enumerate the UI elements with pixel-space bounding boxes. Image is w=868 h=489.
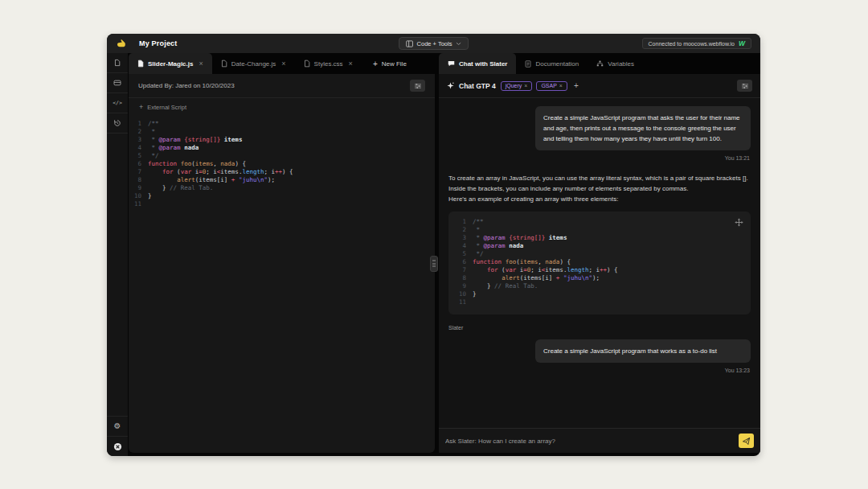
paper-plane-icon <box>742 437 751 446</box>
editor-tabs: Slider-Magic.js×Date-Change.js×Styles.cs… <box>129 53 435 74</box>
code-tools-label: Code + Tools <box>417 40 452 47</box>
panel-tab-documentation[interactable]: Documentation <box>516 53 588 74</box>
code-line: 2 * <box>453 226 746 234</box>
code-editor[interactable]: 1/**2 *3 * @param {string[]} items4 * @p… <box>129 116 435 208</box>
chat-settings-button[interactable] <box>737 80 752 92</box>
code-line: 10} <box>129 192 435 200</box>
sender-label: Slater <box>448 325 751 331</box>
tab-label: Styles.css <box>314 60 343 68</box>
panel-tab-chat-with-slater[interactable]: Chat with Slater <box>439 53 516 74</box>
chat-input[interactable] <box>445 438 732 445</box>
tab-close-icon[interactable]: × <box>349 60 353 68</box>
line-number: 6 <box>453 258 473 266</box>
tab-band: Slider-Magic.js×Date-Change.js×Styles.cs… <box>129 53 760 74</box>
code-line: 9 } // Real Tab. <box>453 282 746 290</box>
user-message: Create a simple JavaScript program that … <box>535 106 751 150</box>
split-columns-icon <box>406 40 413 47</box>
code-line: 7 for (var i=0; i<items.length; i++) { <box>453 266 746 274</box>
line-number: 1 <box>129 120 148 128</box>
line-number: 7 <box>129 168 148 176</box>
tab-label: Variables <box>608 60 634 68</box>
panel-tabs: Chat with SlaterDocumentationVariables <box>439 53 760 74</box>
sidebar-item-library[interactable] <box>107 73 128 93</box>
chat-input-bar <box>439 428 760 453</box>
add-library-button[interactable]: + <box>574 81 579 90</box>
tab-label: Chat with Slater <box>459 60 507 68</box>
code-line: 5 */ <box>453 250 746 258</box>
tab-close-icon[interactable]: × <box>199 60 203 68</box>
chat-code-block: 1/**2 *3 * @param {string[]} items4 * @p… <box>448 212 751 314</box>
editor-tab[interactable]: Slider-Magic.js× <box>129 53 212 74</box>
panel-divider <box>435 74 439 453</box>
slater-reply: To create an array in JavaScript, you ca… <box>448 173 751 204</box>
tab-close-icon[interactable]: × <box>281 60 285 68</box>
page-title: My Project <box>139 39 178 47</box>
sliders-icon <box>741 83 749 89</box>
tag-pill[interactable]: GSAP× <box>536 81 567 91</box>
code-line: 1/** <box>129 120 435 128</box>
code-snippet[interactable]: 1/**2 *3 * @param {string[]} items4 * @p… <box>453 218 746 306</box>
user-message: Create a simple JavaScript program that … <box>535 339 751 363</box>
code-tools-button[interactable]: Code + Tools <box>399 37 469 50</box>
resize-handle[interactable] <box>430 256 438 272</box>
line-number: 4 <box>453 242 473 250</box>
new-file-button[interactable]: +New File <box>362 53 418 74</box>
sidebar-item-files[interactable] <box>107 53 128 73</box>
document-icon <box>525 60 531 68</box>
sparkle-icon <box>447 82 454 89</box>
sidebar-item-dismiss[interactable] <box>107 436 128 456</box>
chat-messages: Create a simple JavaScript program that … <box>439 98 760 428</box>
tag-close-icon[interactable]: × <box>524 83 527 88</box>
external-script-button[interactable]: + External Script <box>129 98 435 116</box>
sidebar-item-settings[interactable]: ⚙ <box>107 416 128 436</box>
line-number: 2 <box>129 128 148 136</box>
line-number: 9 <box>129 184 148 192</box>
code-icon: </> <box>113 100 122 106</box>
chat-header: Chat GTP 4 jQuery×GSAP× + <box>439 74 760 98</box>
code-line: 4 * @param nada <box>453 242 746 250</box>
move-icon[interactable] <box>735 218 743 227</box>
library-box-icon <box>113 80 121 86</box>
file-icon <box>114 59 121 67</box>
tag-label: GSAP <box>541 83 556 88</box>
code-line: 7 for (var i=0; i<items.length; i++) { <box>129 168 435 176</box>
line-number: 8 <box>453 274 473 282</box>
reply-paragraph: Here's an example of creating an array w… <box>448 194 751 204</box>
sliders-icon <box>414 83 422 89</box>
line-number: 10 <box>453 290 473 298</box>
tab-label: Slider-Magic.js <box>148 60 193 68</box>
code-line: 8 alert(items[i] + "juhu\n"); <box>453 274 746 282</box>
tab-label: Documentation <box>535 60 579 68</box>
editor-header: Updated By: Jared on 10/20/2023 <box>129 74 435 98</box>
line-number: 9 <box>453 282 473 290</box>
line-number: 1 <box>453 218 473 226</box>
message-meta: You 13:21 <box>725 155 750 161</box>
editor-settings-button[interactable] <box>410 80 425 92</box>
file-icon <box>221 60 227 68</box>
tag-label: jQuery <box>506 83 522 88</box>
chevron-down-icon <box>456 42 461 46</box>
editor-panel: Updated By: Jared on 10/20/2023 + Extern… <box>129 74 435 453</box>
line-number: 4 <box>129 144 148 152</box>
tag-close-icon[interactable]: × <box>559 83 563 88</box>
connection-status[interactable]: Connected to moocows.webflow.io W <box>642 38 751 50</box>
send-button[interactable] <box>739 434 754 448</box>
line-number: 3 <box>453 234 473 242</box>
sidebar-item-code[interactable]: </> <box>107 93 128 113</box>
line-number: 7 <box>453 266 473 274</box>
reply-paragraph: To create an array in JavaScript, you ca… <box>448 173 751 194</box>
panel-tab-variables[interactable]: Variables <box>588 53 643 74</box>
gear-icon: ⚙ <box>114 422 121 430</box>
app-window: My Project Code + Tools Connected to moo… <box>107 34 760 456</box>
new-file-label: New File <box>382 60 407 68</box>
tag-pill[interactable]: jQuery× <box>501 81 533 91</box>
editor-tab[interactable]: Styles.css× <box>295 53 362 74</box>
sidebar-item-history[interactable] <box>107 113 128 134</box>
variables-tree-icon <box>596 60 604 67</box>
plus-icon: + <box>373 60 378 68</box>
editor-tab[interactable]: Date-Change.js× <box>212 53 295 74</box>
connection-label: Connected to moocows.webflow.io <box>649 41 735 47</box>
library-tags: jQuery×GSAP× <box>501 81 567 91</box>
line-number: 5 <box>129 152 148 160</box>
line-number: 5 <box>453 250 473 258</box>
